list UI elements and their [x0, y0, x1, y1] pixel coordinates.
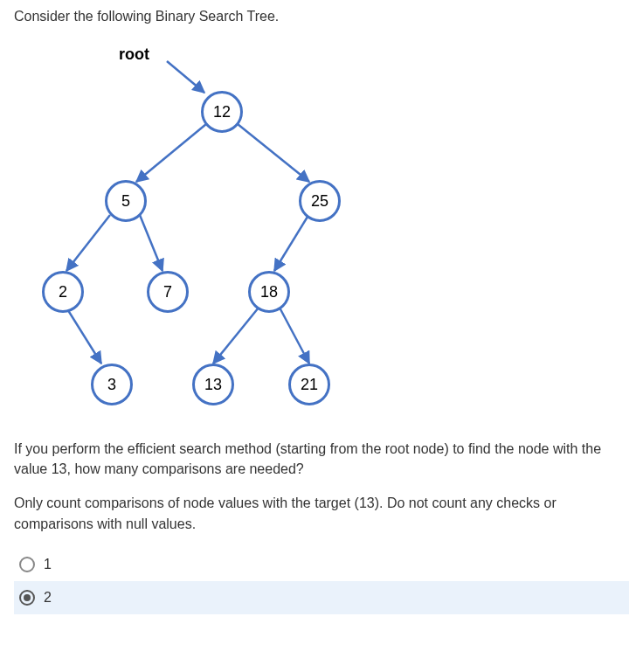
options-group: 12	[14, 548, 629, 614]
svg-line-2	[238, 124, 309, 182]
svg-line-6	[66, 308, 101, 364]
question-intro: Consider the following Binary Search Tre…	[14, 9, 629, 24]
tree-edges	[14, 42, 381, 418]
svg-line-8	[280, 308, 309, 364]
question-paragraph-1: If you perform the efficient search meth…	[14, 439, 629, 479]
radio-icon[interactable]	[19, 557, 35, 572]
svg-line-7	[213, 308, 259, 364]
svg-line-5	[274, 217, 308, 271]
option-1[interactable]: 1	[14, 548, 629, 581]
svg-line-1	[136, 124, 206, 182]
tree-node-7: 7	[147, 271, 189, 313]
tree-node-12: 12	[201, 91, 243, 133]
tree-node-13: 13	[192, 364, 234, 405]
svg-line-3	[66, 215, 110, 271]
root-label: root	[119, 45, 149, 64]
option-label: 1	[44, 557, 52, 572]
tree-node-3: 3	[91, 364, 133, 405]
tree-node-25: 25	[299, 180, 341, 222]
radio-icon[interactable]	[19, 590, 35, 606]
bst-diagram: root 12525271831321	[14, 42, 381, 418]
tree-node-18: 18	[248, 271, 290, 313]
tree-node-21: 21	[288, 364, 330, 405]
option-label: 2	[44, 590, 52, 606]
svg-line-4	[140, 215, 162, 271]
option-2[interactable]: 2	[14, 581, 629, 614]
tree-node-5: 5	[105, 180, 147, 222]
svg-line-0	[167, 61, 204, 93]
question-paragraph-2: Only count comparisons of node values wi…	[14, 493, 629, 533]
tree-node-2: 2	[42, 271, 84, 313]
